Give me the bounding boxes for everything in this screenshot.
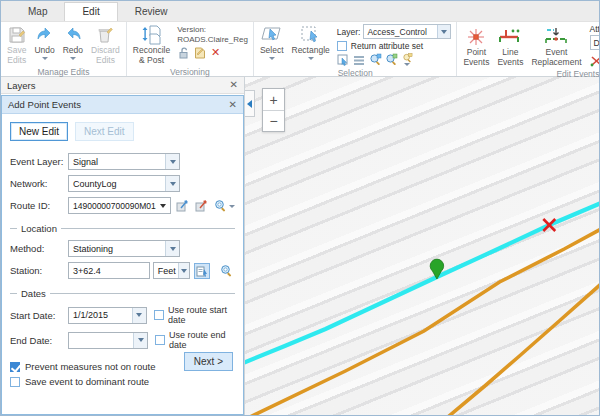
start-date-picker[interactable]: 1/1/2015: [68, 307, 147, 324]
pick-location-on-map-icon[interactable]: [194, 263, 211, 279]
return-attribute-set-checkbox[interactable]: [337, 41, 347, 51]
method-dropdown-arrow[interactable]: [165, 241, 179, 256]
interactive-select-icon[interactable]: [401, 53, 414, 66]
layers-pane-header: Layers ✕: [1, 77, 244, 94]
tab-map[interactable]: Map: [11, 3, 64, 21]
redo-button[interactable]: Redo: [59, 23, 87, 60]
use-route-end-date-checkbox[interactable]: [155, 335, 165, 345]
layer-dropdown[interactable]: Access_Control: [363, 24, 451, 39]
redo-icon: [63, 25, 83, 45]
select-dropdown-caret[interactable]: [269, 57, 275, 60]
new-edit-button[interactable]: New Edit: [10, 122, 68, 141]
rectangle-dropdown-caret[interactable]: [308, 57, 314, 60]
point-events-button[interactable]: Point Events: [459, 23, 493, 68]
select-by-location-icon[interactable]: [385, 53, 398, 66]
network-dropdown[interactable]: CountyLog: [68, 175, 180, 192]
attribute-set-dropdown[interactable]: Default: [590, 35, 600, 50]
start-date-label: Start Date:: [10, 310, 68, 321]
ribbon: Save Edits Undo Redo: [1, 22, 599, 77]
route-id-label: Route ID:: [10, 200, 68, 211]
next-button[interactable]: Next >: [184, 352, 233, 371]
group-versioning: Reconcile & Post Version: ROADS.Claire_R…: [127, 22, 254, 76]
event-replacement-icon: [543, 27, 569, 47]
use-route-start-date-checkbox[interactable]: [154, 310, 164, 320]
version-label: Version:: [177, 25, 248, 35]
zoom-out-button[interactable]: −: [263, 110, 284, 131]
collapse-left-icon: [247, 100, 252, 108]
station-input[interactable]: 3+62.4: [68, 262, 150, 279]
event-layer-dropdown[interactable]: Signal: [68, 153, 180, 170]
map-graphics-layer: [245, 77, 599, 415]
unlock-icon[interactable]: [177, 46, 190, 59]
method-dropdown[interactable]: Stationing: [68, 240, 180, 257]
save-dominant-route-checkbox[interactable]: [10, 377, 20, 387]
group-manage-edits: Save Edits Undo Redo: [1, 22, 127, 76]
zoom-to-route-caret[interactable]: [229, 205, 235, 208]
location-section-divider: Location: [10, 223, 235, 234]
save-edits-button[interactable]: Save Edits: [3, 23, 30, 66]
road-line-right: [448, 284, 599, 415]
point-events-icon: [466, 27, 486, 47]
event-replacement-button[interactable]: Event Replacement: [527, 23, 585, 68]
add-point-events-header: Add Point Events ✕: [2, 96, 243, 114]
add-point-events-title: Add Point Events: [8, 99, 81, 110]
event-layer-dropdown-arrow[interactable]: [165, 154, 179, 169]
layer-dropdown-arrow[interactable]: [437, 25, 450, 38]
list-selection-icon[interactable]: [353, 53, 366, 66]
tab-edit[interactable]: Edit: [64, 2, 117, 21]
route-id-combobox[interactable]: 14900000700090M01: [68, 197, 171, 214]
version-value: ROADS.Claire_Reg: [177, 35, 248, 45]
select-button[interactable]: Select: [256, 23, 288, 60]
pick-route-red-icon[interactable]: [194, 198, 209, 214]
layer-label: Layer:: [337, 27, 361, 37]
line-events-button[interactable]: Line Events: [493, 23, 527, 68]
route-id-dropdown-arrow[interactable]: [156, 198, 170, 213]
redo-dropdown-caret[interactable]: [70, 57, 76, 60]
select-cursor-icon: [261, 25, 283, 45]
zoom-in-button[interactable]: +: [263, 89, 284, 110]
left-panel: Layers ✕ Add Point Events ✕ New Edit Nex…: [1, 77, 244, 415]
station-label: Station:: [10, 265, 68, 276]
group-selection: Select Rectangle Layer: Access_Control: [254, 22, 458, 76]
delete-version-icon[interactable]: ✕: [209, 46, 222, 59]
end-date-picker[interactable]: [68, 332, 148, 349]
station-units-dropdown[interactable]: Feet: [153, 262, 190, 279]
save-icon: [8, 25, 26, 45]
network-dropdown-arrow[interactable]: [165, 176, 179, 191]
network-label: Network:: [10, 178, 68, 189]
undo-icon: [35, 25, 55, 45]
prevent-measures-checkbox[interactable]: [10, 362, 20, 372]
tab-review[interactable]: Review: [118, 3, 185, 21]
end-date-dropdown-arrow[interactable]: [133, 333, 147, 348]
app-window: Map Edit Review Save Edits Undo: [0, 0, 600, 416]
undo-button[interactable]: Undo: [30, 23, 58, 60]
new-version-icon[interactable]: [193, 46, 206, 59]
map-view[interactable]: + −: [244, 77, 599, 415]
undo-dropdown-caret[interactable]: [42, 57, 48, 60]
select-features-tool-icon[interactable]: [337, 53, 350, 66]
road-line-lower: [250, 229, 599, 415]
start-date-dropdown-arrow[interactable]: [132, 308, 146, 323]
station-units-dropdown-arrow[interactable]: [178, 263, 189, 278]
split-event-tool-icon[interactable]: [590, 54, 600, 67]
rectangle-button[interactable]: Rectangle: [288, 23, 334, 60]
pane-collapse-tab[interactable]: [245, 90, 255, 117]
zoom-to-route-icon[interactable]: [213, 198, 235, 214]
trash-icon: [96, 25, 114, 45]
end-date-label: End Date:: [10, 335, 68, 346]
next-edit-button[interactable]: Next Edit: [75, 122, 134, 141]
add-point-events-close-icon[interactable]: ✕: [229, 100, 237, 110]
event-layer-label: Event Layer:: [10, 156, 68, 167]
group-edit-events: Point Events Line Events Event Replaceme…: [457, 22, 600, 76]
discard-edits-button[interactable]: Discard Edits: [87, 23, 124, 66]
pick-route-blue-icon[interactable]: [175, 198, 190, 214]
select-by-attributes-icon[interactable]: [369, 53, 382, 66]
layers-pane-title: Layers: [7, 80, 36, 91]
map-zoom-control: + −: [262, 88, 285, 132]
reconcile-post-button[interactable]: Reconcile & Post: [129, 23, 174, 66]
attribute-set-label: Attribute Set:: [590, 24, 600, 34]
zoom-to-location-icon[interactable]: [218, 263, 235, 279]
dates-section-divider: Dates: [10, 288, 235, 299]
layers-close-icon[interactable]: ✕: [230, 80, 238, 90]
reconcile-icon: [141, 25, 163, 45]
